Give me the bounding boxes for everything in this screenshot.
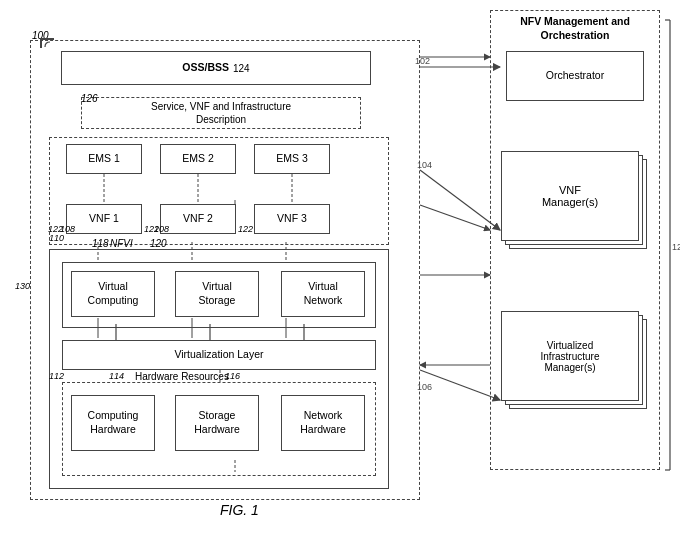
vnf3-box: VNF 3 xyxy=(254,204,330,234)
vnf3-label: VNF 3 xyxy=(277,212,307,226)
hw-network-label: NetworkHardware xyxy=(300,409,346,436)
virt-infra-manager-label: VirtualizedInfrastructureManager(s) xyxy=(541,340,600,373)
virtual-storage-box: VirtualStorage xyxy=(175,271,259,317)
hw-resources-label: Hardware Resources xyxy=(133,371,231,382)
hw-resources-box: Hardware Resources 112 114 116 Computing… xyxy=(62,382,376,476)
virtual-row-box: VirtualComputing VirtualStorage VirtualN… xyxy=(62,262,376,328)
virtual-computing-box: VirtualComputing xyxy=(71,271,155,317)
virtual-network-label: VirtualNetwork xyxy=(304,280,343,307)
ref-110: 110 xyxy=(49,233,64,243)
ref-130: 130 xyxy=(15,281,30,291)
ref-116: 116 xyxy=(225,371,240,381)
ossbss-box: OSS/BSS 124 xyxy=(61,51,371,85)
ref-122c: 122 xyxy=(238,224,253,234)
main-outer-box: OSS/BSS 124 Service, VNF and Infrastruct… xyxy=(30,40,420,500)
nfvi-outer-box: NFVI 118 120 VirtualComputing VirtualSto… xyxy=(49,249,389,489)
vnf-manager-label: VNFManager(s) xyxy=(542,184,598,208)
vnf2-box: VNF 2 xyxy=(160,204,236,234)
vnf-manager-stack: VNFManager(s) xyxy=(501,151,649,261)
hw-computing-box: ComputingHardware xyxy=(71,395,155,451)
ems1-box: EMS 1 xyxy=(66,144,142,174)
virt-layer-box: Virtualization Layer xyxy=(62,340,376,370)
virtual-network-box: VirtualNetwork xyxy=(281,271,365,317)
nfv-mgmt-box: NFV Management and Orchestration Orchest… xyxy=(490,10,660,470)
ref-108b: 108 xyxy=(154,224,169,234)
fig-caption: FIG. 1 xyxy=(220,502,259,518)
ems2-label: EMS 2 xyxy=(182,152,214,166)
svg-text:128: 128 xyxy=(672,242,680,252)
virtual-computing-label: VirtualComputing xyxy=(88,280,139,307)
hw-computing-label: ComputingHardware xyxy=(88,409,139,436)
svg-line-21 xyxy=(420,370,500,400)
ems1-label: EMS 1 xyxy=(88,152,120,166)
hw-storage-label: StorageHardware xyxy=(194,409,240,436)
ref-114: 114 xyxy=(109,371,124,381)
svg-line-1 xyxy=(420,205,490,230)
service-desc-box: Service, VNF and InfrastructureDescripti… xyxy=(81,97,361,129)
ems-vnf-container: EMS 1 EMS 2 EMS 3 VNF 1 VNF 2 VNF 3 xyxy=(49,137,389,245)
ossbss-label: OSS/BSS xyxy=(182,61,229,75)
orchestrator-label: Orchestrator xyxy=(546,69,604,83)
service-desc-label: Service, VNF and InfrastructureDescripti… xyxy=(151,100,291,126)
vnf-manager-box: VNFManager(s) xyxy=(501,151,639,241)
ref-126: 126 xyxy=(81,93,98,104)
virt-infra-manager-box: VirtualizedInfrastructureManager(s) xyxy=(501,311,639,401)
vnf1-label: VNF 1 xyxy=(89,212,119,226)
ref-112: 112 xyxy=(49,371,64,381)
virt-infra-stack: VirtualizedInfrastructureManager(s) xyxy=(501,311,649,421)
hw-storage-box: StorageHardware xyxy=(175,395,259,451)
ems3-label: EMS 3 xyxy=(276,152,308,166)
nfvi-label: NFVI xyxy=(110,238,133,249)
ems3-box: EMS 3 xyxy=(254,144,330,174)
virtual-storage-label: VirtualStorage xyxy=(199,280,236,307)
virt-layer-label: Virtualization Layer xyxy=(174,348,263,362)
ref-118: 118 xyxy=(92,238,109,249)
nfv-mgmt-title: NFV Management and Orchestration xyxy=(491,11,659,46)
svg-line-19 xyxy=(420,170,500,230)
ossbss-ref: 124 xyxy=(233,62,250,75)
vnf2-label: VNF 2 xyxy=(183,212,213,226)
ref-120: 120 xyxy=(150,238,167,249)
vnf1-box: VNF 1 xyxy=(66,204,142,234)
orchestrator-box: Orchestrator xyxy=(506,51,644,101)
ems2-box: EMS 2 xyxy=(160,144,236,174)
hw-network-box: NetworkHardware xyxy=(281,395,365,451)
